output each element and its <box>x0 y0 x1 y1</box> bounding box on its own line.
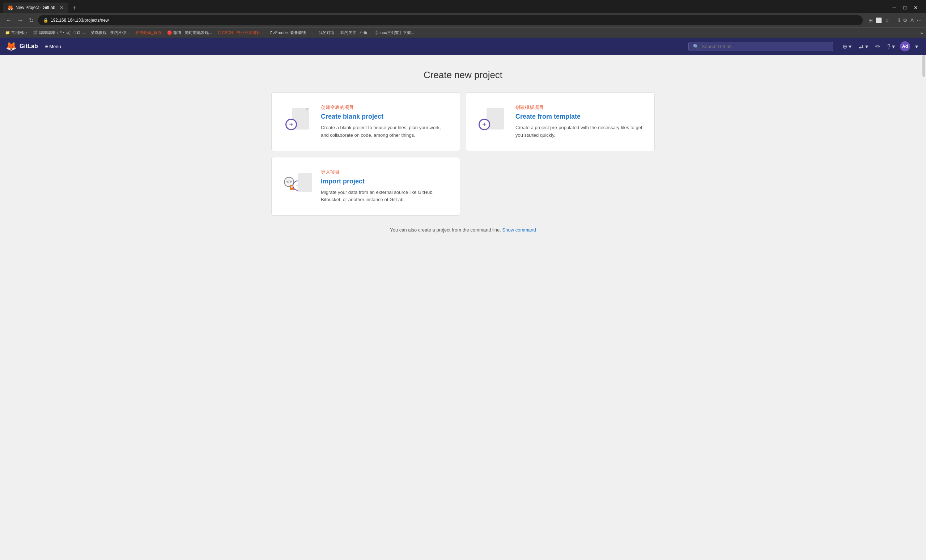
gitlab-logo[interactable]: 🦊 GitLab <box>6 41 38 51</box>
bookmark-item[interactable]: 🎬 哔哩哔哩（ *・ω）つロ ... <box>31 29 87 36</box>
bookmark-item[interactable]: C CSDN - 专业开发者社... <box>216 29 266 36</box>
search-icon: 🔍 <box>693 44 699 49</box>
import-project-card[interactable]: </> D → 导入项目 Import project Migrate your… <box>271 157 460 216</box>
extensions-icon[interactable]: ⊞ <box>869 17 873 23</box>
import-project-icon: </> D → <box>283 169 312 198</box>
url-input[interactable]: 🔒 192.168.164.133/projects/new <box>38 15 863 25</box>
avatar-dropdown-button[interactable]: ▾ <box>913 42 920 51</box>
scrollbar-thumb[interactable] <box>922 55 925 77</box>
template-project-description: Create a project pre-populated with the … <box>516 124 643 139</box>
bookmark-item[interactable]: 🔴 微博 - 随时随地发现... <box>165 29 214 36</box>
project-options-grid: + 创建空表的项目 Create blank project Create a … <box>271 92 655 216</box>
search-box[interactable]: 🔍 <box>688 42 833 51</box>
bookmark-item[interactable]: 我的关注 - 斗鱼 <box>338 29 370 36</box>
issues-button[interactable]: ✏ <box>873 42 882 51</box>
search-input[interactable] <box>702 44 828 49</box>
file-fold-shape <box>306 108 309 111</box>
minimize-button[interactable]: ─ <box>891 4 899 11</box>
bookmark-item[interactable]: 📁 常用网址 <box>3 29 29 36</box>
settings-icon[interactable]: ⚙ <box>903 17 908 23</box>
import-project-description: Migrate your data from an external sourc… <box>321 189 448 204</box>
page-title: Create new project <box>7 70 919 81</box>
create-blank-project-card[interactable]: + 创建空表的项目 Create blank project Create a … <box>271 92 460 151</box>
hamburger-icon: ≡ <box>45 44 48 49</box>
cast-icon[interactable]: ⬜ <box>876 17 882 23</box>
import-project-subtitle: 导入项目 <box>321 169 448 176</box>
template-project-subtitle: 创建模板项目 <box>516 104 643 111</box>
gitlab-logo-text: GitLab <box>20 43 38 50</box>
browser-chrome: 🦊 New Project · GitLab ✕ ＋ ─ □ ✕ ← → ↻ 🔒… <box>0 0 926 38</box>
info-icon[interactable]: ℹ <box>898 17 900 23</box>
user-avatar[interactable]: Ad <box>900 41 910 51</box>
tab-bar: 🦊 New Project · GitLab ✕ ＋ ─ □ ✕ <box>0 0 926 13</box>
import-project-content: 导入项目 Import project Migrate your data fr… <box>321 169 448 204</box>
tab-title: New Project · GitLab <box>15 5 55 10</box>
bookmark-item[interactable]: 菜鸟教程 - 学的不仅... <box>89 29 132 36</box>
template-project-icon: + <box>478 104 507 133</box>
template-project-content: 创建模板项目 Create from template Create a pro… <box>516 104 643 139</box>
tab-favicon: 🦊 <box>7 5 14 11</box>
bookmark-item[interactable]: Z zFrontier 装备前线 - ... <box>267 29 315 36</box>
reload-button[interactable]: ↻ <box>27 16 35 24</box>
main-content: Create new project + 创建空表的项目 Create blan… <box>0 55 926 560</box>
template-project-title: Create from template <box>516 113 643 121</box>
window-controls: ─ □ ✕ <box>888 4 923 11</box>
footer-text: You can also create a project from the c… <box>271 227 655 233</box>
show-command-link[interactable]: Show command <box>502 227 536 233</box>
blank-project-content: 创建空表的项目 Create blank project Create a bl… <box>321 104 448 139</box>
tab-close-button[interactable]: ✕ <box>60 5 64 11</box>
address-bar-icons: ⊞ ⬜ ☆ ℹ ⚙ A ⋯ <box>869 17 921 23</box>
url-text: 192.168.164.133/projects/new <box>51 18 109 23</box>
help-button[interactable]: ? ▾ <box>885 42 897 51</box>
plus-circle-icon: + <box>285 119 297 130</box>
lock-icon: 🔒 <box>43 18 48 23</box>
gitlab-fox-icon: 🦊 <box>6 41 17 51</box>
new-item-button[interactable]: ⊕ ▾ <box>840 42 854 51</box>
import-project-title: Import project <box>321 178 448 185</box>
import-file-shape <box>298 173 312 192</box>
bookmark-item[interactable]: 【Linux三剑客】下架... <box>371 29 416 36</box>
more-icon[interactable]: ⋯ <box>917 17 921 23</box>
menu-label: Menu <box>49 44 61 49</box>
blank-project-icon: + <box>283 104 312 133</box>
maximize-button[interactable]: □ <box>902 4 909 11</box>
footer-static-text: You can also create a project from the c… <box>390 227 501 233</box>
blank-project-title: Create blank project <box>321 113 448 121</box>
blank-project-subtitle: 创建空表的项目 <box>321 104 448 111</box>
blank-project-description: Create a blank project to house your fil… <box>321 124 448 139</box>
address-bar: ← → ↻ 🔒 192.168.164.133/projects/new ⊞ ⬜… <box>0 13 926 27</box>
translate-icon[interactable]: A <box>911 17 914 23</box>
create-from-template-card[interactable]: + 创建模板项目 Create from template Create a p… <box>466 92 655 151</box>
browser-tab[interactable]: 🦊 New Project · GitLab ✕ <box>3 3 68 13</box>
back-button[interactable]: ← <box>5 16 13 24</box>
bookmark-item[interactable]: 在线翻译_有道 <box>133 29 163 36</box>
new-tab-button[interactable]: ＋ <box>68 2 81 14</box>
template-plus-circle-icon: + <box>478 119 490 130</box>
bookmarks-more-button[interactable]: » <box>920 30 923 36</box>
merge-requests-button[interactable]: ⇄ ▾ <box>856 42 870 51</box>
avatar-text: Ad <box>902 44 908 49</box>
gitlab-navbar: 🦊 GitLab ≡ Menu 🔍 ⊕ ▾ ⇄ ▾ ✏ ? ▾ Ad ▾ <box>0 38 926 55</box>
menu-button[interactable]: ≡ Menu <box>42 42 64 51</box>
bookmark-icon[interactable]: ☆ <box>885 17 890 23</box>
nav-icons: ⊕ ▾ ⇄ ▾ ✏ ? ▾ Ad ▾ <box>840 41 920 51</box>
bookmark-item[interactable]: 我的订阅 <box>316 29 337 36</box>
scrollbar[interactable] <box>921 55 926 560</box>
close-window-button[interactable]: ✕ <box>912 4 920 11</box>
forward-button[interactable]: → <box>16 16 24 24</box>
bookmarks-bar: 📁 常用网址 🎬 哔哩哔哩（ *・ω）つロ ... 菜鸟教程 - 学的不仅...… <box>0 27 926 38</box>
